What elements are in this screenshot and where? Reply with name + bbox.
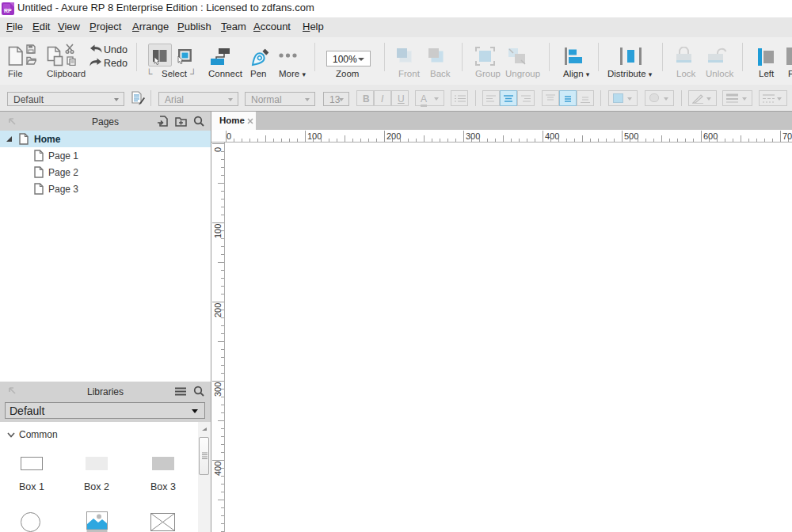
- svg-text:RP: RP: [4, 8, 12, 13]
